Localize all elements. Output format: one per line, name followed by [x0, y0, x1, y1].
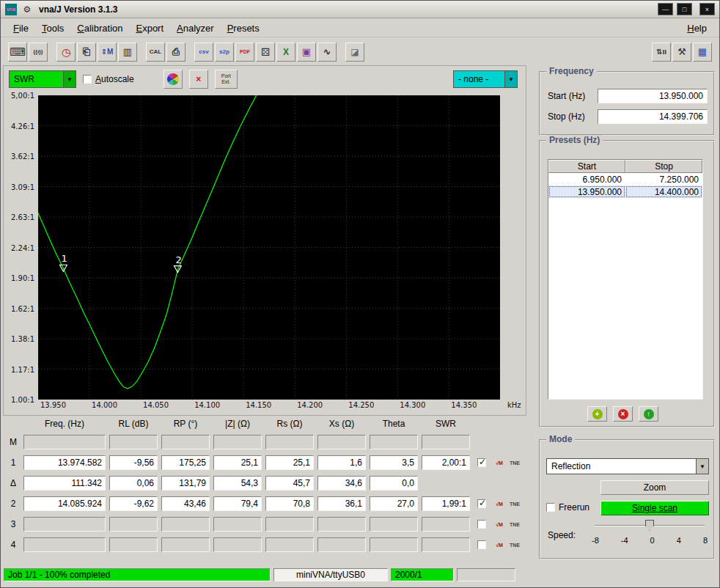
presets-table[interactable]: StartStop 6.950.0007.250.00013.950.00014…	[548, 159, 703, 400]
export-pdf-button[interactable]: PDF	[235, 43, 254, 62]
minimize-button[interactable]: —	[658, 3, 673, 15]
y-tick-label: 3.62:1	[11, 152, 34, 161]
mode-group: Mode Reflection ▼ Zoom Freerun Single sc…	[539, 439, 715, 559]
marker-field: 43,46	[161, 496, 210, 511]
marker-track-icon[interactable]: TNE	[509, 543, 521, 548]
preset-apply-button[interactable]: ↑	[639, 406, 658, 422]
menu-item-analyzer[interactable]: Analyzer	[170, 21, 221, 36]
marker-row-label: 1	[7, 457, 20, 468]
driver-level-button[interactable]: ⇅ıı	[652, 43, 671, 62]
preset-start-cell: 6.950.000	[548, 173, 625, 185]
preset-stop-cell: 7.250.000	[625, 173, 702, 185]
overlay-select[interactable]: - none - ▼	[453, 70, 518, 88]
menu-item-calibration[interactable]: Calibration	[70, 21, 129, 36]
scale-select-arrow[interactable]: ▼	[63, 71, 76, 87]
speed-tick-label: -4	[621, 536, 628, 545]
marker-min-icon[interactable]: √M	[493, 501, 505, 507]
port-extension-button[interactable]: Port Ext.	[215, 70, 238, 89]
menu-item-presets[interactable]: Presets	[221, 21, 266, 36]
marker-field: -9,62	[109, 496, 158, 511]
marker-field	[109, 517, 158, 532]
preset-delete-button[interactable]: ×	[613, 406, 633, 422]
marker-column-header: RL (dB)	[109, 419, 158, 429]
preset-add-button[interactable]: +	[587, 406, 607, 422]
chart-wave-button[interactable]: ∿	[317, 43, 337, 62]
frequency-keyboard-button[interactable]: ⌨	[8, 43, 27, 62]
marker-track-icon[interactable]: TNE	[509, 501, 521, 507]
export-snp-button[interactable]: s2p	[215, 43, 234, 62]
marker-min-icon[interactable]: √M	[493, 460, 505, 466]
app-window: vna ⚙ vna/J Version 3.1.3 — □ × FileTool…	[0, 0, 720, 588]
marker-track-icon[interactable]: TNE	[509, 522, 521, 527]
maximize-button[interactable]: □	[677, 3, 692, 15]
presets-column-start[interactable]: Start	[548, 160, 625, 173]
autoscale-checkbox[interactable]: Autoscale	[83, 74, 134, 84]
marker-updown-button[interactable]: ⇕M	[98, 43, 117, 62]
autoscale-checkbox-box[interactable]	[83, 75, 92, 84]
eraser-button[interactable]: ◪	[345, 43, 364, 62]
chart-plot[interactable]: 12	[38, 95, 500, 400]
x-tick-label: 14.250	[348, 401, 374, 409]
mode-select[interactable]: Reflection ▼	[546, 458, 709, 474]
preset-row[interactable]: 13.950.00014.400.000	[548, 185, 702, 198]
marker-column-header: |Z| (Ω)	[213, 419, 262, 429]
presets-group-title: Presets (Hz)	[546, 135, 603, 145]
title-bar[interactable]: vna ⚙ vna/J Version 3.1.3 — □ ×	[1, 1, 719, 18]
close-button[interactable]: ×	[699, 3, 715, 15]
marker-track-icon[interactable]: TNE	[509, 460, 521, 466]
speed-slider[interactable]	[595, 520, 705, 532]
speed-slider-thumb[interactable]	[645, 520, 654, 531]
marker-checkbox[interactable]	[477, 520, 486, 529]
overlay-select-arrow[interactable]: ▼	[504, 71, 517, 87]
export-image-button[interactable]: ▣	[297, 43, 316, 62]
stop-frequency-input[interactable]: 14.399.706	[598, 109, 708, 124]
preset-apply-icon: ↑	[644, 409, 654, 419]
color-grid-button[interactable]: ▦	[693, 43, 712, 62]
export-csv-button[interactable]: csv	[194, 43, 213, 62]
export-csv-icon: csv	[199, 49, 208, 55]
marker-field: 175,25	[161, 455, 210, 470]
mode-select-arrow[interactable]: ▼	[696, 459, 708, 474]
calibration-button[interactable]: CAL	[146, 43, 165, 62]
marker-checkbox[interactable]	[477, 499, 486, 508]
menu-item-file[interactable]: File	[7, 21, 35, 36]
marker-field	[265, 517, 314, 532]
start-frequency-input[interactable]: 13.950.000	[598, 89, 708, 103]
settings-tools-button[interactable]: ⚒	[672, 43, 691, 62]
print-button[interactable]: ⎙	[166, 43, 185, 62]
x-tick-label: 14.000	[92, 401, 117, 409]
colors-button[interactable]	[164, 70, 183, 89]
marker-checkbox[interactable]	[477, 540, 486, 549]
marker-column-header: Freq. (Hz)	[23, 419, 106, 429]
freerun-label: Freerun	[559, 502, 589, 512]
toolbar-group-3: CAL⎙	[146, 43, 185, 62]
marker-min-icon[interactable]: √M	[493, 522, 505, 527]
freerun-checkbox[interactable]: Freerun	[546, 502, 589, 512]
columns-button[interactable]: ▥	[118, 43, 137, 62]
frequency-stop-row: Stop (Hz) 14.399.706	[548, 109, 708, 124]
gear-icon[interactable]: ⚙	[21, 3, 34, 16]
marker-row-label: Δ	[7, 478, 20, 488]
zoom-button[interactable]: Zoom	[600, 480, 709, 495]
freerun-checkbox-box[interactable]	[546, 503, 555, 512]
menu-item-tools[interactable]: Tools	[35, 21, 70, 36]
preset-row[interactable]: 6.950.0007.250.000	[548, 173, 702, 185]
single-scan-button[interactable]: Single scan	[600, 501, 709, 515]
marker-field: 0,0	[370, 476, 418, 490]
menu-item-help[interactable]: Help	[680, 21, 713, 36]
marker-column-header: Xs (Ω)	[317, 419, 366, 429]
export-xls-button[interactable]: X	[276, 43, 295, 62]
marker-checkbox-cell	[474, 520, 490, 529]
antenna-signal-button[interactable]: ((ı))	[29, 43, 48, 62]
scale-select[interactable]: SWR ▼	[9, 70, 76, 88]
menu-item-export[interactable]: Export	[129, 21, 170, 36]
speed-ticks: -8-4048	[592, 536, 708, 545]
clock-button[interactable]: ◷	[56, 43, 76, 62]
clear-markers-button[interactable]: ×	[189, 70, 208, 89]
marker-checkbox[interactable]	[477, 458, 486, 467]
presets-column-stop[interactable]: Stop	[625, 160, 702, 173]
sample-dice-button[interactable]: ⚄	[256, 43, 275, 62]
file-export-button[interactable]: ⎗	[77, 43, 96, 62]
marker-min-icon[interactable]: √M	[493, 543, 505, 548]
marker-row-label: 2	[7, 499, 20, 509]
